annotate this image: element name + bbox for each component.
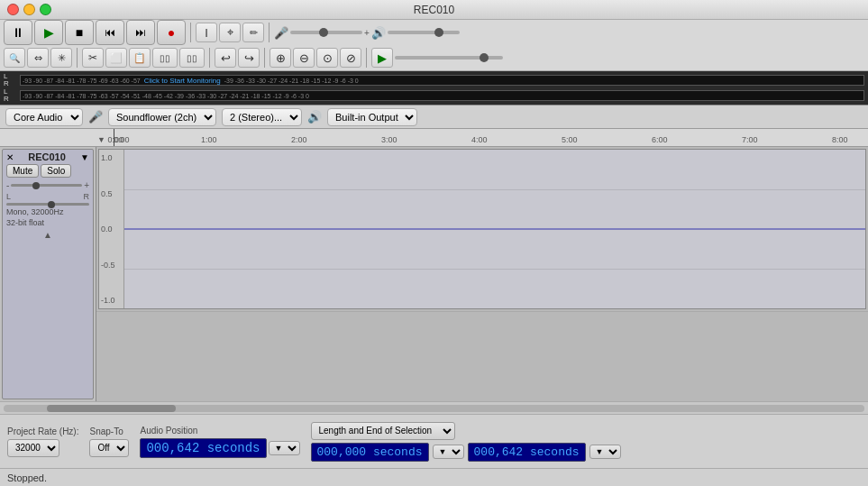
zoom-in-button[interactable]: 🔍 — [4, 48, 25, 68]
vu-lr-label-input: LR — [4, 73, 20, 87]
audio-position-control: 000,642 seconds ▼ — [140, 438, 299, 458]
scrollbar-track[interactable] — [4, 405, 864, 412]
toolbar-divider-4 — [209, 48, 210, 68]
title-bar: REC010 — [0, 0, 868, 20]
gain-row: - + — [6, 180, 89, 190]
selection-start-display[interactable]: 000,000 seconds — [311, 443, 429, 462]
solo-button[interactable]: Solo — [41, 164, 71, 178]
gain-thumb[interactable] — [32, 182, 40, 189]
device-selector-row: Core Audio 🎤 Soundflower (2ch) 2 (Stereo… — [0, 105, 868, 129]
gain-plus-icon: + — [84, 180, 89, 190]
pause-button[interactable]: ⏸ — [4, 20, 32, 45]
speed-track[interactable] — [395, 56, 503, 60]
waveform-svg — [124, 150, 865, 308]
snap-to-label: Snap-To — [89, 426, 129, 436]
mute-button[interactable]: Mute — [6, 164, 39, 178]
trim-button[interactable]: ▯▯ — [152, 48, 178, 68]
silence-button[interactable]: ▯▯ — [179, 48, 205, 68]
snap-to-select[interactable]: Off — [89, 439, 129, 457]
zoom-fit2-button[interactable]: ⊘ — [340, 48, 361, 68]
vu-row-output: LR -93 -90 -87 -84 -81 -78 -75 -63 -57 -… — [4, 88, 864, 103]
playback-speed-slider — [395, 56, 503, 60]
audio-position-section: Audio Position 000,642 seconds ▼ — [140, 426, 299, 458]
track-panel: ✕ REC010 ▼ Mute Solo - + L R — [0, 147, 96, 401]
project-rate-control: 32000 — [7, 439, 78, 457]
minimize-button[interactable] — [23, 4, 35, 15]
window-controls[interactable] — [7, 4, 51, 15]
maximize-button[interactable] — [40, 4, 51, 15]
close-button[interactable] — [7, 4, 19, 15]
undo-button[interactable]: ↩ — [215, 48, 236, 68]
plus-icon: + — [364, 28, 370, 38]
track-dropdown-icon[interactable]: ▼ — [80, 152, 89, 162]
selection-end-unit[interactable]: ▼ — [589, 445, 621, 459]
track-info: Mono, 32000Hz 32-bit float — [6, 207, 89, 228]
copy-button[interactable]: ⬜ — [105, 48, 127, 68]
click-to-monitor[interactable]: Click to Start Monitoring — [144, 77, 221, 85]
cut-button[interactable]: ✂ — [82, 48, 104, 68]
zoom-sel-button[interactable]: ✳ — [50, 48, 72, 68]
pan-row — [6, 203, 89, 206]
waveform-area: 1.0 0.5 0.0 -0.5 -1.0 — [96, 147, 868, 401]
selection-mode-select[interactable]: Length and End of Selection — [311, 422, 455, 440]
paste-button[interactable]: 📋 — [129, 48, 151, 68]
pan-slider[interactable] — [6, 203, 89, 206]
mic-icon: 🎤 — [274, 26, 288, 40]
multitool-button[interactable]: ⌖ — [219, 23, 241, 42]
audio-position-unit[interactable]: ▼ — [269, 441, 300, 455]
play-button[interactable]: ▶ — [34, 20, 63, 45]
toolbar-divider-2 — [269, 23, 270, 42]
pan-thumb[interactable] — [48, 201, 55, 208]
stop-button[interactable]: ■ — [65, 20, 94, 45]
input-gain-track[interactable] — [290, 31, 362, 34]
scrollbar-thumb[interactable] — [47, 405, 176, 412]
audio-position-display[interactable]: 000,642 seconds — [140, 438, 266, 458]
input-channels-select[interactable]: 2 (Stereo)... — [222, 108, 302, 126]
collapse-button[interactable]: ▲ — [6, 230, 89, 240]
window-title: REC010 — [414, 4, 454, 16]
selection-tool-button[interactable]: I — [196, 23, 217, 42]
status-text: Stopped. — [7, 472, 47, 483]
input-gain-thumb[interactable] — [319, 28, 328, 37]
main-area: ✕ REC010 ▼ Mute Solo - + L R — [0, 147, 868, 401]
zoom-out2-button[interactable]: ⊖ — [293, 48, 315, 68]
speed-thumb[interactable] — [480, 53, 489, 62]
play-at-speed-button[interactable]: ▶ — [371, 48, 393, 68]
gain-minus-icon: - — [6, 180, 9, 190]
selection-values-control: 000,000 seconds ▼ 000,642 seconds ▼ — [311, 443, 621, 462]
vu-lr-label-output: LR — [4, 88, 20, 103]
draw-tool-button[interactable]: ✏ — [242, 23, 264, 42]
output-gain-track[interactable] — [388, 31, 460, 34]
redo-button[interactable]: ↪ — [238, 48, 260, 68]
waveform-content[interactable] — [124, 150, 865, 308]
output-gain-thumb[interactable] — [434, 28, 443, 37]
selection-start-unit[interactable]: ▼ — [433, 445, 464, 459]
horizontal-scrollbar[interactable] — [0, 401, 868, 414]
record-button[interactable]: ● — [157, 20, 186, 45]
fit-button[interactable]: ⇔ — [27, 48, 49, 68]
track-close-icon[interactable]: ✕ — [6, 152, 14, 162]
timeline-ruler: ▼ 0:00 0:00 1:00 2:00 3:00 4:00 5:00 6:0… — [0, 129, 868, 147]
skip-forward-button[interactable]: ⏭ — [126, 20, 155, 45]
selection-end-display[interactable]: 000,642 seconds — [468, 443, 586, 462]
output-volume-icon: 🔊 — [307, 110, 322, 124]
audio-host-select[interactable]: Core Audio — [5, 108, 83, 126]
input-device-select[interactable]: Soundflower (2ch) — [108, 108, 216, 126]
audio-position-label: Audio Position — [140, 426, 299, 436]
output-device-select[interactable]: Built-in Output — [327, 108, 417, 126]
selection-mode-control: Length and End of Selection — [311, 422, 621, 440]
amplitude-labels: 1.0 0.5 0.0 -0.5 -1.0 — [99, 150, 124, 308]
skip-back-button[interactable]: ⏮ — [96, 20, 124, 45]
zoom-normal-button[interactable]: ⊙ — [316, 48, 338, 68]
project-rate-select[interactable]: 32000 — [7, 439, 59, 457]
toolbar-divider-1 — [190, 23, 191, 42]
output-gain-slider-container — [388, 31, 460, 34]
snap-to-control: Off — [89, 439, 129, 457]
project-rate-section: Project Rate (Hz): 32000 — [7, 426, 78, 457]
toolbar-divider-6 — [366, 48, 367, 68]
track-name: REC010 — [28, 151, 66, 162]
status-bar: Stopped. — [0, 468, 868, 486]
gain-slider[interactable] — [11, 184, 82, 187]
zoom-in2-button[interactable]: ⊕ — [270, 48, 291, 68]
bottom-bar: Project Rate (Hz): 32000 Snap-To Off Aud… — [0, 414, 868, 468]
